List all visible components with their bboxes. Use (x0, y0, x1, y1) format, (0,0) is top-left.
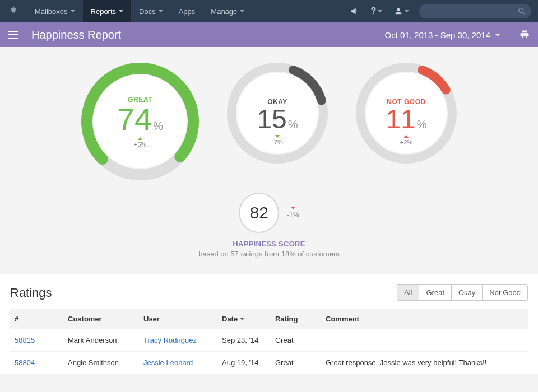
nav-item-docs[interactable]: Docs (131, 0, 171, 22)
gauge-value: 15 (257, 106, 286, 133)
col-rating[interactable]: Rating (271, 309, 321, 329)
page-title: Happiness Report (27, 29, 121, 41)
filter-okay[interactable]: Okay (451, 284, 483, 301)
chevron-down-icon (71, 10, 75, 12)
filter-all[interactable]: All (397, 284, 419, 301)
print-button[interactable] (511, 30, 538, 40)
gauge-not-good: NOT GOOD 11 % +2% (356, 63, 457, 180)
gauge-delta-value: +2% (400, 139, 412, 146)
col-[interactable]: # (10, 309, 63, 329)
gauge-value: 11 (386, 106, 415, 133)
nav-item-label: Manage (211, 7, 237, 16)
announcement-icon[interactable] (343, 0, 365, 22)
print-icon (520, 30, 530, 40)
happiness-score: 82 -1% HAPPINESS SCORE based on 57 ratin… (0, 186, 538, 274)
svg-rect-2 (8, 38, 18, 39)
col-comment[interactable]: Comment (321, 309, 528, 329)
ratings-filter-group: AllGreatOkayNot Good (397, 284, 528, 301)
gauge-delta: -7% (272, 135, 283, 146)
col-date[interactable]: Date (217, 309, 271, 329)
nav-item-reports[interactable]: Reports (83, 0, 132, 22)
ratings-table: #CustomerUserDateRatingComment 58815 Mar… (10, 309, 528, 374)
score-subtitle: based on 57 ratings from 18% of customer… (0, 250, 538, 258)
help-icon[interactable]: ? (365, 0, 388, 22)
score-title: HAPPINESS SCORE (0, 240, 538, 248)
filter-not-good[interactable]: Not Good (482, 284, 528, 301)
rating-comment: Great response, Jessie was very helpful!… (321, 352, 528, 374)
gauge-value: 74 (117, 104, 152, 135)
gauge-delta: +2% (400, 135, 412, 146)
triangle-down-icon (291, 207, 295, 209)
gauge-great: GREAT 74 % +5% (81, 63, 199, 180)
col-user[interactable]: User (139, 309, 217, 329)
svg-rect-0 (8, 31, 18, 32)
nav-item-mailboxes[interactable]: Mailboxes (27, 0, 83, 22)
ratings-section: Ratings AllGreatOkayNot Good #CustomerUs… (0, 274, 538, 374)
user-menu-icon[interactable] (388, 0, 415, 22)
search-input[interactable] (419, 4, 531, 18)
gauge-okay: OKAY 15 % -7% (227, 63, 328, 180)
nav-item-label: Reports (91, 7, 117, 16)
report-header: Happiness Report Oct 01, 2013 - Sep 30, … (0, 22, 538, 47)
gauge-delta-value: -7% (272, 139, 283, 146)
search-icon (518, 7, 526, 15)
nav-item-apps[interactable]: Apps (171, 0, 203, 22)
rating-comment (321, 329, 528, 352)
triangle-down-icon (275, 135, 280, 138)
percent-sign: % (288, 118, 298, 131)
rating-customer: Angie Smithson (63, 352, 139, 374)
gauge-delta-value: +5% (134, 141, 146, 148)
rating-id-link[interactable]: 58804 (15, 358, 35, 367)
date-range-picker[interactable]: Oct 01, 2013 - Sep 30, 2014 (385, 30, 500, 40)
chevron-down-icon (495, 34, 500, 36)
filter-great[interactable]: Great (419, 284, 452, 301)
triangle-up-icon (138, 137, 142, 140)
gauge-row: GREAT 74 % +5% OKAY 15 % -7% NOT GOOD 11… (0, 47, 538, 186)
svg-rect-1 (8, 34, 18, 35)
date-range-label: Oct 01, 2013 - Sep 30, 2014 (385, 30, 490, 40)
nav-item-manage[interactable]: Manage (203, 0, 252, 22)
nav-item-label: Mailboxes (35, 7, 68, 16)
rating-user-link[interactable]: Tracy Rodriguez (143, 336, 197, 344)
gauge-delta: +5% (134, 137, 146, 148)
chevron-down-icon (240, 10, 244, 12)
ratings-title: Ratings (10, 286, 52, 300)
chevron-down-icon (159, 10, 163, 12)
rating-user-link[interactable]: Jessie Leonard (143, 358, 193, 367)
rating-customer: Mark Anderson (63, 329, 139, 352)
percent-sign: % (153, 120, 163, 133)
nav-item-label: Apps (179, 7, 196, 16)
score-delta-value: -1% (287, 211, 299, 219)
rating-date: Sep 23, '14 (217, 329, 271, 352)
top-nav: MailboxesReportsDocsAppsManage ? (0, 0, 538, 22)
rating-value: Great (271, 329, 321, 352)
col-customer[interactable]: Customer (63, 309, 139, 329)
triangle-up-icon (404, 135, 409, 138)
rating-value: Great (271, 352, 321, 374)
score-delta: -1% (287, 207, 299, 219)
rating-id-link[interactable]: 58815 (15, 336, 35, 344)
score-value: 82 (239, 193, 279, 233)
sort-desc-icon (240, 318, 244, 320)
percent-sign: % (417, 118, 427, 131)
table-row: 58804 Angie Smithson Jessie Leonard Aug … (10, 352, 528, 374)
chevron-down-icon (119, 10, 123, 12)
menu-toggle-icon[interactable] (0, 22, 27, 47)
app-logo[interactable] (0, 5, 27, 17)
rating-date: Aug 19, '14 (217, 352, 271, 374)
table-row: 58815 Mark Anderson Tracy Rodriguez Sep … (10, 329, 528, 352)
nav-item-label: Docs (139, 7, 156, 16)
